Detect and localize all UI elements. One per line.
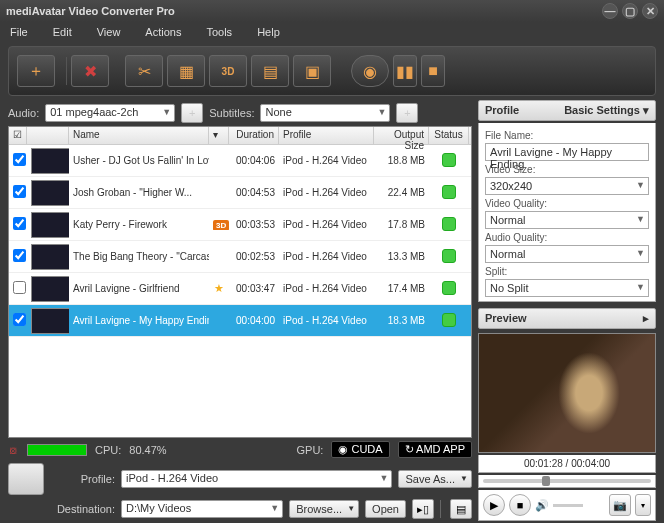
audioquality-select[interactable]: Normal bbox=[485, 245, 649, 263]
stop-preview-button[interactable]: ■ bbox=[509, 494, 531, 516]
cut-button[interactable]: ✂ bbox=[125, 55, 163, 87]
filename-label: File Name: bbox=[485, 130, 649, 141]
destination-select[interactable]: D:\My Videos bbox=[121, 500, 283, 518]
cell-profile: iPod - H.264 Video bbox=[279, 219, 374, 230]
cell-size: 22.4 MB bbox=[374, 187, 429, 198]
delete-button[interactable]: ✖ bbox=[71, 55, 109, 87]
menu-actions[interactable]: Actions bbox=[145, 26, 181, 38]
videoquality-label: Video Quality: bbox=[485, 198, 649, 209]
col-status[interactable]: Status bbox=[429, 127, 469, 144]
basic-settings-toggle[interactable]: Basic Settings ▾ bbox=[564, 104, 649, 117]
menu-edit[interactable]: Edit bbox=[53, 26, 72, 38]
filename-input[interactable]: Avril Lavigne - My Happy Ending bbox=[485, 143, 649, 161]
row-checkbox[interactable] bbox=[13, 153, 26, 166]
export-button[interactable]: ▸▯ bbox=[412, 499, 434, 519]
report-button[interactable]: ▤ bbox=[450, 499, 472, 519]
menu-tools[interactable]: Tools bbox=[206, 26, 232, 38]
volume-icon[interactable]: 🔊 bbox=[535, 499, 549, 512]
col-duration[interactable]: Duration bbox=[229, 127, 279, 144]
app-title: mediAvatar Video Converter Pro bbox=[6, 5, 175, 17]
preview-panel-title: Preview bbox=[485, 312, 527, 325]
row-checkbox[interactable] bbox=[13, 185, 26, 198]
snapshot-button[interactable]: 📷 bbox=[609, 494, 631, 516]
cell-profile: iPod - H.264 Video bbox=[279, 283, 374, 294]
cuda-badge[interactable]: ◉ CUDA bbox=[331, 441, 389, 458]
row-checkbox[interactable] bbox=[13, 249, 26, 262]
table-row[interactable]: Avril Lavigne - My Happy Ending00:04:00i… bbox=[9, 305, 471, 337]
cell-name: The Big Bang Theory - "Carcas... bbox=[69, 251, 209, 262]
status-ready-icon bbox=[442, 313, 456, 327]
split-select[interactable]: No Split bbox=[485, 279, 649, 297]
col-name[interactable]: Name bbox=[69, 127, 209, 144]
thumbnail bbox=[31, 308, 69, 334]
audioquality-label: Audio Quality: bbox=[485, 232, 649, 243]
cell-badge: ★ bbox=[209, 282, 229, 295]
cell-name: Usher - DJ Got Us Fallin' In Lov... bbox=[69, 155, 209, 166]
row-checkbox[interactable] bbox=[13, 281, 26, 294]
row-checkbox[interactable] bbox=[13, 313, 26, 326]
table-row[interactable]: Josh Groban - "Higher W...00:04:53iPod -… bbox=[9, 177, 471, 209]
subtitles-select[interactable]: None bbox=[260, 104, 390, 122]
cell-profile: iPod - H.264 Video bbox=[279, 187, 374, 198]
table-row[interactable]: Katy Perry - Firework3D00:03:53iPod - H.… bbox=[9, 209, 471, 241]
col-check[interactable]: ☑ bbox=[9, 127, 27, 144]
subtitles-add-button[interactable]: + bbox=[396, 103, 418, 123]
cell-duration: 00:04:06 bbox=[229, 155, 279, 166]
cell-size: 18.8 MB bbox=[374, 155, 429, 166]
convert-button[interactable]: ◉ bbox=[351, 55, 389, 87]
cell-badge: 3D bbox=[209, 219, 229, 230]
cell-duration: 00:02:53 bbox=[229, 251, 279, 262]
cell-name: Josh Groban - "Higher W... bbox=[69, 187, 209, 198]
menu-help[interactable]: Help bbox=[257, 26, 280, 38]
volume-slider[interactable] bbox=[553, 504, 583, 507]
open-button[interactable]: Open bbox=[365, 500, 406, 518]
destination-label: Destination: bbox=[50, 503, 115, 515]
snapshot-menu-button[interactable]: ▾ bbox=[635, 494, 651, 516]
cell-profile: iPod - H.264 Video bbox=[279, 155, 374, 166]
minimize-button[interactable]: — bbox=[602, 3, 618, 19]
close-button[interactable]: ✕ bbox=[642, 3, 658, 19]
table-row[interactable]: Usher - DJ Got Us Fallin' In Lov...00:04… bbox=[9, 145, 471, 177]
amd-badge[interactable]: ↻ AMD APP bbox=[398, 441, 472, 458]
videosize-select[interactable]: 320x240 bbox=[485, 177, 649, 195]
subtitles-label: Subtitles: bbox=[209, 107, 254, 119]
seek-slider[interactable] bbox=[483, 479, 651, 483]
3d-button[interactable]: 3D bbox=[209, 55, 247, 87]
preview-expand-icon[interactable]: ▸ bbox=[643, 312, 649, 325]
table-row[interactable]: The Big Bang Theory - "Carcas...00:02:53… bbox=[9, 241, 471, 273]
effects-button[interactable]: ▦ bbox=[167, 55, 205, 87]
menu-view[interactable]: View bbox=[97, 26, 121, 38]
cell-profile: iPod - H.264 Video bbox=[279, 251, 374, 262]
audio-add-button[interactable]: + bbox=[181, 103, 203, 123]
filmstrip-button[interactable]: ▤ bbox=[251, 55, 289, 87]
stop-button[interactable]: ■ bbox=[421, 55, 445, 87]
videoquality-select[interactable]: Normal bbox=[485, 211, 649, 229]
menu-file[interactable]: File bbox=[10, 26, 28, 38]
table-row[interactable]: Avril Lavigne - Girlfriend★00:03:47iPod … bbox=[9, 273, 471, 305]
thumbnail bbox=[31, 244, 69, 270]
add-file-button[interactable]: ＋ bbox=[17, 55, 55, 87]
cpu-meter bbox=[27, 444, 87, 456]
cell-size: 13.3 MB bbox=[374, 251, 429, 262]
preview-time: 00:01:28 / 00:04:00 bbox=[478, 455, 656, 473]
pause-button[interactable]: ▮▮ bbox=[393, 55, 417, 87]
crop-button[interactable]: ▣ bbox=[293, 55, 331, 87]
maximize-button[interactable]: ▢ bbox=[622, 3, 638, 19]
profile-select[interactable]: iPod - H.264 Video bbox=[121, 470, 392, 488]
col-profile[interactable]: Profile bbox=[279, 127, 374, 144]
profile-label: Profile: bbox=[50, 473, 115, 485]
browse-button[interactable]: Browse... bbox=[289, 500, 359, 518]
saveas-button[interactable]: Save As... bbox=[398, 470, 472, 488]
cell-profile: iPod - H.264 Video bbox=[279, 315, 374, 326]
preview-pane bbox=[478, 333, 656, 453]
cpu-label: CPU: bbox=[95, 444, 121, 456]
cell-size: 18.3 MB bbox=[374, 315, 429, 326]
status-ready-icon bbox=[442, 217, 456, 231]
cell-name: Katy Perry - Firework bbox=[69, 219, 209, 230]
col-size[interactable]: Output Size bbox=[374, 127, 429, 144]
thumbnail bbox=[31, 212, 69, 238]
row-checkbox[interactable] bbox=[13, 217, 26, 230]
audio-select[interactable]: 01 mpeg4aac-2ch bbox=[45, 104, 175, 122]
play-button[interactable]: ▶ bbox=[483, 494, 505, 516]
thumbnail bbox=[31, 276, 69, 302]
